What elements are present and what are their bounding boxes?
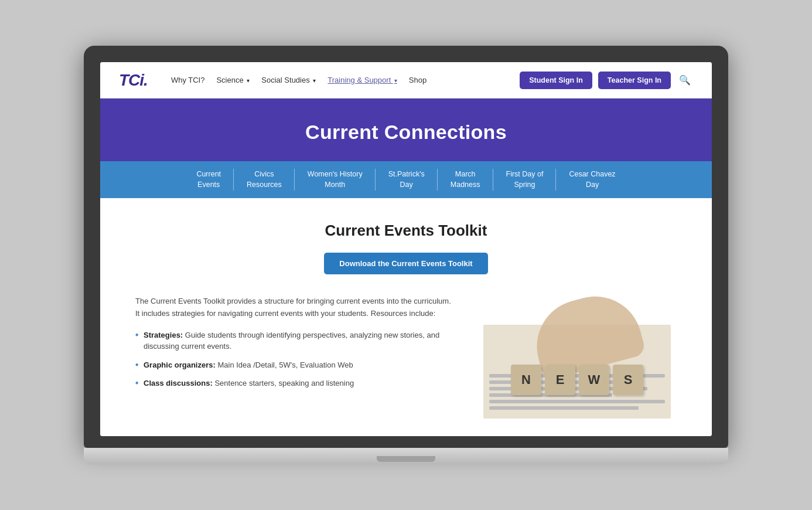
main-content: Current Events Toolkit Download the Curr… xyxy=(100,198,712,436)
student-signin-button[interactable]: Student Sign In xyxy=(520,72,592,89)
chevron-down-icon: ▾ xyxy=(394,77,397,84)
bullet-text-strategies: Guide students through identifying persp… xyxy=(144,331,439,351)
bullet-text-graphic: Main Idea /Detail, 5W's, Evaluation Web xyxy=(217,361,353,369)
news-block-n: N xyxy=(511,365,541,395)
list-item: Class discussions: Sentence starters, sp… xyxy=(135,378,454,389)
browser-window: TCi. Why TCI? Science ▾ Social Studies ▾… xyxy=(100,62,712,436)
nav-links: Why TCI? Science ▾ Social Studies ▾ Trai… xyxy=(166,73,520,87)
subnav-st-patricks-day[interactable]: St.Patrick'sDay xyxy=(376,161,438,198)
bullet-bold-graphic: Graphic organizers: xyxy=(144,361,216,369)
hero-banner: Current Connections xyxy=(100,98,712,161)
nav-social-studies[interactable]: Social Studies ▾ xyxy=(257,73,320,87)
nav-training-support[interactable]: Training & Support ▾ xyxy=(323,73,402,87)
intro-text: The Current Events Toolkit provides a st… xyxy=(135,295,454,320)
hero-title: Current Connections xyxy=(100,121,712,144)
section-title: Current Events Toolkit xyxy=(135,222,677,240)
news-line-5 xyxy=(489,400,665,403)
subnav-cesar-chavez-day[interactable]: Cesar ChavezDay xyxy=(556,161,628,198)
screen-bezel: TCi. Why TCI? Science ▾ Social Studies ▾… xyxy=(84,46,728,448)
description-column: The Current Events Toolkit provides a st… xyxy=(135,295,454,396)
bullet-bold-strategies: Strategies: xyxy=(144,331,183,339)
download-toolkit-button[interactable]: Download the Current Events Toolkit xyxy=(324,253,487,274)
subnav-civics-resources[interactable]: CivicsResources xyxy=(234,161,295,198)
chevron-down-icon: ▾ xyxy=(313,77,316,84)
nav-science[interactable]: Science ▾ xyxy=(211,73,254,87)
bullet-text-discussions: Sentence starters, speaking and listenin… xyxy=(214,379,354,387)
sub-navigation: CurrentEvents CivicsResources Women's Hi… xyxy=(100,161,712,198)
news-block-e: E xyxy=(545,365,575,395)
list-item: Strategies: Guide students through ident… xyxy=(135,329,454,352)
nav-actions: Student Sign In Teacher Sign In 🔍 xyxy=(520,72,693,89)
list-item: Graphic organizers: Main Idea /Detail, 5… xyxy=(135,359,454,371)
subnav-womens-history-month[interactable]: Women's HistoryMonth xyxy=(295,161,376,198)
nav-why-tci[interactable]: Why TCI? xyxy=(166,73,210,87)
news-image: N E W S xyxy=(483,295,671,419)
laptop-shell: TCi. Why TCI? Science ▾ Social Studies ▾… xyxy=(84,46,728,464)
subnav-current-events[interactable]: CurrentEvents xyxy=(183,161,234,198)
laptop-base xyxy=(84,448,728,464)
image-column: N E W S xyxy=(477,295,677,419)
teacher-signin-button[interactable]: Teacher Sign In xyxy=(598,72,671,89)
bullet-bold-discussions: Class discussions: xyxy=(144,379,213,387)
news-blocks-container: N E W S xyxy=(511,365,643,395)
bullet-list: Strategies: Guide students through ident… xyxy=(135,329,454,389)
news-line-6 xyxy=(489,406,639,410)
search-icon[interactable]: 🔍 xyxy=(677,72,693,88)
news-block-s: S xyxy=(613,365,643,395)
two-column-layout: The Current Events Toolkit provides a st… xyxy=(135,295,677,419)
subnav-first-day-spring[interactable]: First Day ofSpring xyxy=(493,161,557,198)
site-logo[interactable]: TCi. xyxy=(119,71,148,90)
chevron-down-icon: ▾ xyxy=(247,77,250,84)
download-btn-wrapper: Download the Current Events Toolkit xyxy=(135,253,677,274)
nav-shop[interactable]: Shop xyxy=(404,73,431,87)
news-block-w: W xyxy=(579,365,609,395)
subnav-march-madness[interactable]: MarchMadness xyxy=(438,161,493,198)
laptop-notch xyxy=(377,456,435,462)
navigation: TCi. Why TCI? Science ▾ Social Studies ▾… xyxy=(100,62,712,98)
